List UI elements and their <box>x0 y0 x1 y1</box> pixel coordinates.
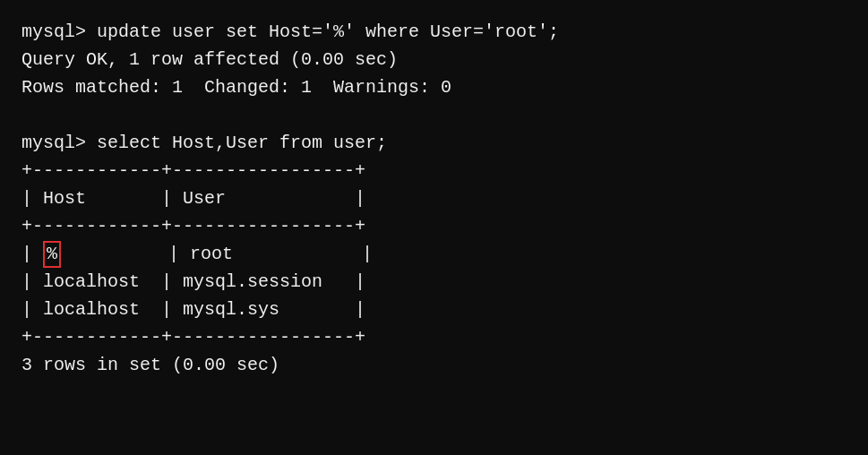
table-header-separator: +------------+-----------------+ <box>21 212 847 240</box>
table-row-percent: | % | root | <box>21 240 847 268</box>
rows-matched-line: Rows matched: 1 Changed: 1 Warnings: 0 <box>21 73 847 101</box>
rows-in-set-line: 3 rows in set (0.00 sec) <box>21 351 847 379</box>
query-ok-line: Query OK, 1 row affected (0.00 sec) <box>21 46 847 73</box>
table-border-bottom: +------------+-----------------+ <box>21 323 847 351</box>
command-line-select: mysql> select Host,User from user; <box>21 129 847 157</box>
blank-line <box>21 101 847 129</box>
terminal-window: mysql> update user set Host='%' where Us… <box>21 18 847 379</box>
table-border-top: +------------+-----------------+ <box>21 157 847 185</box>
table-row-sys: | localhost | mysql.sys | <box>21 296 847 323</box>
table-header: | Host | User | <box>21 185 847 212</box>
command-line-update: mysql> update user set Host='%' where Us… <box>21 18 847 46</box>
row-suffix: | root | <box>61 244 373 264</box>
table-row-session: | localhost | mysql.session | <box>21 268 847 296</box>
highlighted-percent: % <box>43 241 61 268</box>
row-prefix: | <box>21 244 43 264</box>
